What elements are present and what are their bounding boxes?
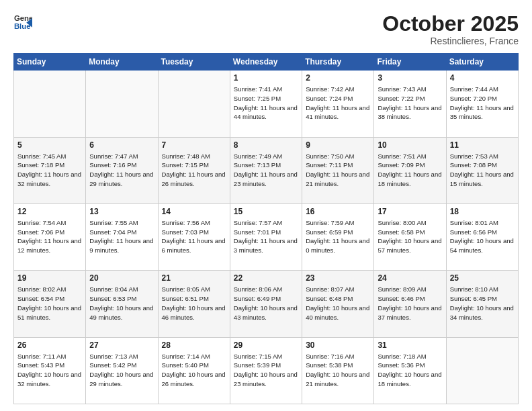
header: General Blue October 2025 Restinclieres,… (13, 12, 519, 46)
day-number: 4 (450, 73, 515, 83)
day-cell: 13Sunrise: 7:55 AM Sunset: 7:04 PM Dayli… (86, 203, 158, 270)
col-wednesday: Wednesday (230, 54, 302, 71)
day-info: Sunrise: 7:18 AM Sunset: 5:36 PM Dayligh… (378, 352, 442, 389)
day-cell: 10Sunrise: 7:51 AM Sunset: 7:09 PM Dayli… (374, 137, 446, 203)
day-info: Sunrise: 7:41 AM Sunset: 7:25 PM Dayligh… (234, 85, 298, 122)
day-number: 15 (234, 207, 298, 216)
day-info: Sunrise: 7:49 AM Sunset: 7:13 PM Dayligh… (234, 152, 298, 189)
day-info: Sunrise: 8:02 AM Sunset: 6:54 PM Dayligh… (17, 285, 82, 322)
day-info: Sunrise: 7:56 AM Sunset: 7:03 PM Dayligh… (162, 218, 226, 255)
day-number: 7 (162, 140, 226, 150)
month-title: October 2025 (382, 12, 519, 36)
day-info: Sunrise: 7:59 AM Sunset: 6:59 PM Dayligh… (306, 218, 370, 255)
day-cell: 24Sunrise: 8:09 AM Sunset: 6:46 PM Dayli… (374, 271, 446, 337)
day-info: Sunrise: 7:44 AM Sunset: 7:20 PM Dayligh… (450, 85, 515, 122)
day-cell: 4Sunrise: 7:44 AM Sunset: 7:20 PM Daylig… (446, 71, 518, 137)
day-cell: 3Sunrise: 7:43 AM Sunset: 7:22 PM Daylig… (374, 71, 446, 137)
day-info: Sunrise: 8:01 AM Sunset: 6:56 PM Dayligh… (450, 218, 515, 255)
day-info: Sunrise: 7:48 AM Sunset: 7:15 PM Dayligh… (162, 152, 226, 189)
col-thursday: Thursday (302, 54, 374, 71)
day-number: 14 (162, 207, 226, 216)
day-info: Sunrise: 7:47 AM Sunset: 7:16 PM Dayligh… (89, 152, 154, 189)
day-number: 23 (306, 273, 370, 283)
col-saturday: Saturday (446, 54, 518, 71)
day-cell (446, 337, 518, 404)
day-cell: 27Sunrise: 7:13 AM Sunset: 5:42 PM Dayli… (86, 337, 158, 404)
day-number: 24 (378, 273, 442, 283)
day-cell: 21Sunrise: 8:05 AM Sunset: 6:51 PM Dayli… (158, 271, 230, 337)
day-number: 22 (234, 273, 298, 283)
logo-icon: General Blue (13, 12, 32, 31)
header-row: Sunday Monday Tuesday Wednesday Thursday… (14, 54, 519, 71)
day-cell: 30Sunrise: 7:16 AM Sunset: 5:38 PM Dayli… (302, 337, 374, 404)
day-cell: 28Sunrise: 7:14 AM Sunset: 5:40 PM Dayli… (158, 337, 230, 404)
week-row-0: 1Sunrise: 7:41 AM Sunset: 7:25 PM Daylig… (14, 71, 519, 137)
day-cell: 22Sunrise: 8:06 AM Sunset: 6:49 PM Dayli… (230, 271, 302, 337)
day-number: 26 (17, 340, 82, 350)
day-cell: 18Sunrise: 8:01 AM Sunset: 6:56 PM Dayli… (446, 203, 518, 270)
day-number: 2 (306, 73, 370, 83)
day-cell: 12Sunrise: 7:54 AM Sunset: 7:06 PM Dayli… (14, 203, 86, 270)
day-cell: 6Sunrise: 7:47 AM Sunset: 7:16 PM Daylig… (86, 137, 158, 203)
day-cell (14, 71, 86, 137)
day-cell: 25Sunrise: 8:10 AM Sunset: 6:45 PM Dayli… (446, 271, 518, 337)
day-info: Sunrise: 8:07 AM Sunset: 6:48 PM Dayligh… (306, 285, 370, 322)
week-row-1: 5Sunrise: 7:45 AM Sunset: 7:18 PM Daylig… (14, 137, 519, 203)
day-number: 9 (306, 140, 370, 150)
week-row-2: 12Sunrise: 7:54 AM Sunset: 7:06 PM Dayli… (14, 203, 519, 270)
day-number: 20 (89, 273, 154, 283)
day-cell: 29Sunrise: 7:15 AM Sunset: 5:39 PM Dayli… (230, 337, 302, 404)
day-cell: 7Sunrise: 7:48 AM Sunset: 7:15 PM Daylig… (158, 137, 230, 203)
day-cell: 16Sunrise: 7:59 AM Sunset: 6:59 PM Dayli… (302, 203, 374, 270)
week-row-4: 26Sunrise: 7:11 AM Sunset: 5:43 PM Dayli… (14, 337, 519, 404)
day-number: 16 (306, 207, 370, 216)
col-monday: Monday (86, 54, 158, 71)
day-info: Sunrise: 7:54 AM Sunset: 7:06 PM Dayligh… (17, 218, 82, 255)
day-cell: 8Sunrise: 7:49 AM Sunset: 7:13 PM Daylig… (230, 137, 302, 203)
location: Restinclieres, France (382, 36, 519, 46)
day-cell: 1Sunrise: 7:41 AM Sunset: 7:25 PM Daylig… (230, 71, 302, 137)
day-info: Sunrise: 8:00 AM Sunset: 6:58 PM Dayligh… (378, 218, 442, 255)
logo: General Blue (13, 12, 32, 31)
day-number: 11 (450, 140, 515, 150)
day-info: Sunrise: 7:16 AM Sunset: 5:38 PM Dayligh… (306, 352, 370, 389)
day-info: Sunrise: 7:55 AM Sunset: 7:04 PM Dayligh… (89, 218, 154, 255)
day-number: 29 (234, 340, 298, 350)
day-number: 3 (378, 73, 442, 83)
day-info: Sunrise: 8:09 AM Sunset: 6:46 PM Dayligh… (378, 285, 442, 322)
day-cell: 2Sunrise: 7:42 AM Sunset: 7:24 PM Daylig… (302, 71, 374, 137)
day-number: 13 (89, 207, 154, 216)
day-info: Sunrise: 7:50 AM Sunset: 7:11 PM Dayligh… (306, 152, 370, 189)
day-number: 30 (306, 340, 370, 350)
day-number: 21 (162, 273, 226, 283)
day-info: Sunrise: 7:53 AM Sunset: 7:08 PM Dayligh… (450, 152, 515, 189)
day-info: Sunrise: 7:43 AM Sunset: 7:22 PM Dayligh… (378, 85, 442, 122)
day-cell: 20Sunrise: 8:04 AM Sunset: 6:53 PM Dayli… (86, 271, 158, 337)
day-cell: 9Sunrise: 7:50 AM Sunset: 7:11 PM Daylig… (302, 137, 374, 203)
page: General Blue October 2025 Restinclieres,… (0, 0, 532, 411)
day-info: Sunrise: 8:10 AM Sunset: 6:45 PM Dayligh… (450, 285, 515, 322)
day-number: 28 (162, 340, 226, 350)
day-number: 27 (89, 340, 154, 350)
week-row-3: 19Sunrise: 8:02 AM Sunset: 6:54 PM Dayli… (14, 271, 519, 337)
day-cell: 15Sunrise: 7:57 AM Sunset: 7:01 PM Dayli… (230, 203, 302, 270)
day-cell: 17Sunrise: 8:00 AM Sunset: 6:58 PM Dayli… (374, 203, 446, 270)
day-info: Sunrise: 8:05 AM Sunset: 6:51 PM Dayligh… (162, 285, 226, 322)
day-cell: 23Sunrise: 8:07 AM Sunset: 6:48 PM Dayli… (302, 271, 374, 337)
day-cell: 11Sunrise: 7:53 AM Sunset: 7:08 PM Dayli… (446, 137, 518, 203)
day-info: Sunrise: 7:11 AM Sunset: 5:43 PM Dayligh… (17, 352, 82, 389)
day-number: 8 (234, 140, 298, 150)
day-cell: 26Sunrise: 7:11 AM Sunset: 5:43 PM Dayli… (14, 337, 86, 404)
title-block: October 2025 Restinclieres, France (382, 12, 519, 46)
day-info: Sunrise: 7:14 AM Sunset: 5:40 PM Dayligh… (162, 352, 226, 389)
col-sunday: Sunday (14, 54, 86, 71)
day-info: Sunrise: 7:42 AM Sunset: 7:24 PM Dayligh… (306, 85, 370, 122)
day-number: 10 (378, 140, 442, 150)
day-number: 6 (89, 140, 154, 150)
day-cell (86, 71, 158, 137)
day-number: 18 (450, 207, 515, 216)
day-number: 1 (234, 73, 298, 83)
day-info: Sunrise: 7:45 AM Sunset: 7:18 PM Dayligh… (17, 152, 82, 189)
day-number: 5 (17, 140, 82, 150)
col-tuesday: Tuesday (158, 54, 230, 71)
